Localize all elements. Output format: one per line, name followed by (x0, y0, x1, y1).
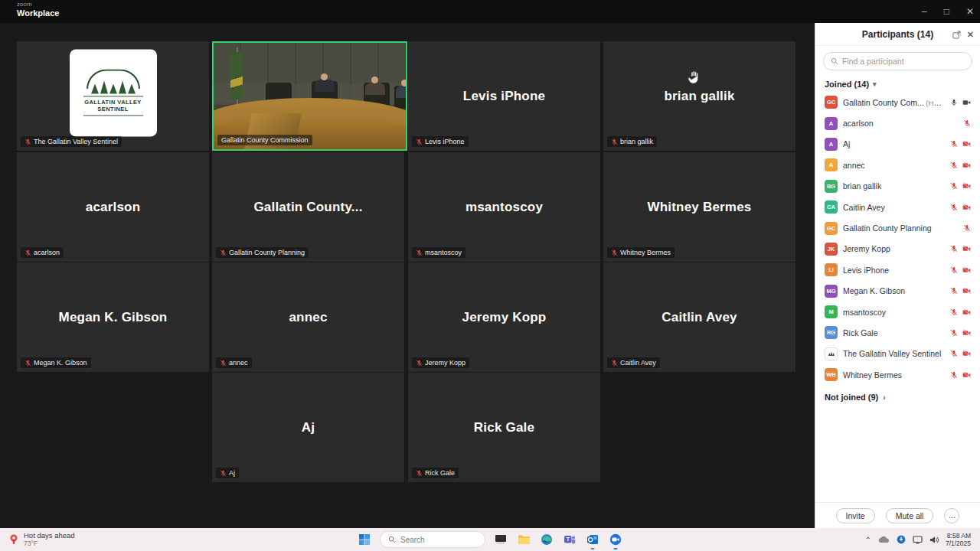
camera-off-icon[interactable] (962, 204, 971, 211)
camera-off-icon[interactable] (962, 182, 971, 190)
camera-off-icon[interactable] (962, 245, 971, 253)
tile-aj[interactable]: Aj Aj (212, 373, 404, 482)
tile-name-label: Rick Gale (412, 468, 459, 478)
tray-chevron-up-icon[interactable]: ⌃ (865, 536, 871, 544)
maximize-button[interactable]: □ (944, 6, 949, 17)
participant-row[interactable]: WB Whitney Bermes (815, 364, 980, 385)
mic-muted-icon[interactable] (950, 350, 958, 357)
edge-browser-icon[interactable] (539, 532, 554, 547)
mic-muted-icon[interactable] (950, 308, 958, 316)
volume-icon[interactable] (929, 536, 939, 544)
close-button[interactable]: ✕ (966, 6, 974, 17)
participant-row[interactable]: GC Gallatin County Planning (815, 217, 980, 238)
mic-muted-icon[interactable] (950, 182, 958, 190)
commission-room-video (214, 43, 406, 149)
participant-name: msantoscoy (411, 200, 597, 215)
avatar: GC (825, 96, 838, 109)
participant-row[interactable]: JK Jeremy Kopp (815, 239, 980, 259)
chevron-right-icon: › (883, 393, 885, 402)
mic-muted-icon[interactable] (950, 140, 958, 148)
avatar: MG (825, 285, 838, 298)
participant-row[interactable]: CA Caitlin Avey (815, 197, 980, 217)
mic-muted-icon[interactable] (950, 371, 958, 379)
avatar: A (825, 158, 838, 171)
zoom-app-icon[interactable] (608, 532, 623, 547)
start-button[interactable] (357, 532, 372, 547)
camera-off-icon[interactable] (962, 140, 971, 148)
participant-row[interactable]: A Aj (815, 134, 980, 155)
mic-muted-icon[interactable] (950, 266, 958, 274)
tile-brian-gallik[interactable]: brian gallik brian gallik (603, 41, 795, 151)
onedrive-icon[interactable] (878, 536, 890, 543)
mic-muted-icon[interactable] (963, 119, 971, 127)
tile-levis-iphone[interactable]: Levis iPhone Levis iPhone (408, 41, 600, 151)
tile-caitlin-avey[interactable]: Caitlin Avey Caitlin Avey (603, 262, 795, 372)
participant-row[interactable]: The Gallatin Valley Sentinel (815, 344, 980, 364)
app-icon-dark[interactable] (493, 532, 508, 547)
camera-off-icon[interactable] (962, 329, 971, 337)
tile-rick-gale[interactable]: Rick Gale Rick Gale (408, 373, 600, 482)
camera-off-icon[interactable] (962, 161, 971, 169)
tile-gallatin-valley-sentinel[interactable]: GALLATIN VALLEY SENTINEL The Gallatin Va… (17, 41, 209, 151)
file-explorer-icon[interactable] (516, 532, 531, 547)
invite-button[interactable]: Invite (836, 508, 875, 523)
popout-icon[interactable] (952, 31, 961, 39)
mic-muted-icon[interactable] (950, 329, 958, 337)
find-participant-input[interactable]: Find a participant (823, 52, 972, 70)
participant-row[interactable]: M msantoscoy (815, 302, 980, 322)
participant-name: Jeremy Kopp (411, 310, 597, 325)
tile-msantoscoy[interactable]: msantoscoy msantoscoy (408, 152, 600, 262)
not-joined-section-header[interactable]: Not joined (9) › (815, 385, 980, 409)
tile-jeremy-kopp[interactable]: Jeremy Kopp Jeremy Kopp (408, 262, 600, 372)
tray-date: 7/1/2025 (946, 540, 971, 547)
tile-whitney-bermes[interactable]: Whitney Bermes Whitney Bermes (603, 152, 795, 262)
mic-muted-icon[interactable] (950, 204, 958, 211)
avatar: M (825, 305, 838, 318)
participant-row-host[interactable]: GC Gallatin County Com... (Host, me) (815, 92, 980, 112)
camera-on-icon[interactable] (962, 99, 971, 106)
tile-megan-k-gibson[interactable]: Megan K. Gibson Megan K. Gibson (17, 262, 209, 372)
mic-muted-icon[interactable] (950, 287, 958, 295)
tile-name-label: brian gallik (607, 136, 657, 147)
tile-gallatin-county-planning[interactable]: Gallatin County... Gallatin County Plann… (212, 152, 404, 262)
participant-row[interactable]: A acarlson (815, 112, 980, 133)
clock-widget[interactable]: 8:58 AM 7/1/2025 (946, 532, 975, 547)
download-arrow-icon[interactable] (897, 535, 906, 544)
avatar: JK (825, 243, 838, 256)
tile-name-label: Megan K. Gibson (21, 357, 91, 368)
joined-section-header[interactable]: Joined (14) ▾ (815, 73, 980, 92)
mic-muted-icon[interactable] (963, 224, 971, 232)
panel-close-icon[interactable]: ✕ (967, 30, 974, 40)
weather-widget[interactable]: Hot days ahead 73°F (0, 532, 138, 548)
camera-off-icon[interactable] (962, 287, 971, 295)
flag (230, 51, 243, 99)
tile-acarlson[interactable]: acarlson acarlson (17, 152, 209, 262)
camera-off-icon[interactable] (962, 350, 971, 357)
taskbar-search-input[interactable]: Search (380, 531, 485, 548)
outlook-icon[interactable] (585, 532, 600, 547)
participant-row[interactable]: BG brian gallik (815, 176, 980, 197)
find-participant-placeholder: Find a participant (842, 57, 904, 66)
participant-name: brian gallik (606, 89, 792, 104)
camera-off-icon[interactable] (962, 308, 971, 316)
camera-off-icon[interactable] (962, 266, 971, 274)
participant-row[interactable]: RG Rick Gale (815, 322, 980, 343)
camera-off-icon[interactable] (962, 371, 971, 379)
participant-name: annec (215, 310, 401, 325)
avatar: RG (825, 326, 838, 339)
teams-icon[interactable]: T (562, 532, 577, 547)
participant-row[interactable]: MG Megan K. Gibson (815, 281, 980, 302)
more-options-button[interactable]: … (944, 508, 959, 523)
mic-on-icon[interactable] (950, 99, 958, 106)
tile-annec[interactable]: annec annec (212, 262, 404, 372)
tile-gallatin-county-commission-video[interactable]: Gallatin County Commission (212, 41, 407, 151)
minimize-button[interactable]: – (922, 6, 927, 17)
participant-row[interactable]: LI Levis iPhone (815, 259, 980, 280)
mic-muted-icon[interactable] (950, 245, 958, 253)
participant-row[interactable]: A annec (815, 155, 980, 175)
tray-time: 8:58 AM (946, 532, 971, 540)
mic-muted-icon[interactable] (950, 161, 958, 169)
mute-all-button[interactable]: Mute all (886, 508, 934, 523)
sentinel-logo: GALLATIN VALLEY SENTINEL (70, 49, 157, 136)
display-icon[interactable] (913, 536, 923, 544)
